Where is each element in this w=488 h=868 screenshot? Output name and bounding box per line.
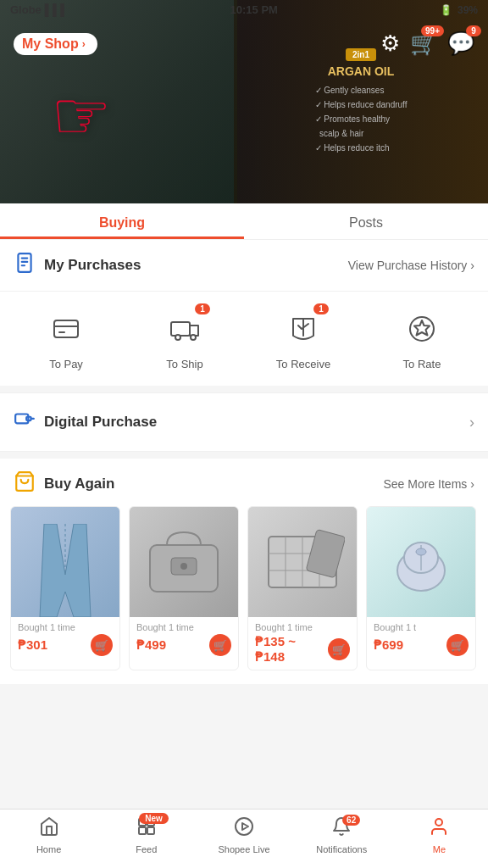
to-pay-label: To Pay [49, 358, 83, 370]
cart-icon-wrap[interactable]: 🛒 99+ [410, 31, 437, 57]
me-icon [429, 816, 449, 842]
product-image-mouse [367, 507, 475, 617]
svg-rect-34 [139, 827, 146, 834]
products-row: Bought 1 time ₱301 🛒 [0, 506, 488, 684]
digital-purchase-row[interactable]: Digital Purchase › [0, 393, 488, 451]
price-row-mouse: ₱699 🛒 [374, 634, 469, 656]
battery-icon: 🔋 [440, 4, 452, 16]
purchase-icons-row: To Pay 1 To Ship [0, 292, 488, 386]
to-pay-icon-wrap [44, 307, 88, 351]
nav-notifications[interactable]: 62 Notifications [293, 816, 391, 854]
tabs-row: Buying Posts [0, 203, 488, 240]
to-rate-label: To Rate [403, 358, 441, 370]
digital-icon [14, 409, 36, 436]
to-receive-label: To Receive [276, 358, 330, 370]
to-rate-item[interactable]: To Rate [363, 307, 481, 370]
nav-me[interactable]: Me [391, 816, 488, 854]
svg-rect-7 [171, 322, 190, 336]
price-row-case: ₱135 ~ ₱148 🛒 [255, 634, 350, 665]
nav-home-label: Home [36, 844, 61, 854]
to-pay-item[interactable]: To Pay [7, 307, 125, 370]
nav-shopee-live[interactable]: Shopee Live [195, 816, 292, 854]
hero-area: 2in1 ARGAN OIL ✓ Gently cleanses ✓ Helps… [0, 0, 488, 203]
bought-text-bag: Bought 1 time [136, 622, 231, 632]
product-info-jeans: Bought 1 time ₱301 🛒 [11, 617, 119, 661]
to-ship-icon-wrap: 1 [163, 307, 207, 351]
svg-rect-4 [54, 320, 78, 337]
purchases-title: My Purchases [44, 257, 141, 274]
content-area: My Purchases View Purchase History › To … [0, 240, 488, 759]
price-mouse: ₱699 [374, 637, 403, 653]
to-ship-label: To Ship [166, 358, 202, 370]
cart-button-bag[interactable]: 🛒 [209, 634, 231, 656]
svg-marker-37 [242, 823, 248, 830]
see-more-label: See More Items [384, 477, 468, 491]
to-receive-item[interactable]: 1 To Receive [244, 307, 363, 370]
svg-rect-35 [147, 827, 154, 834]
digital-left: Digital Purchase [14, 409, 157, 436]
status-left: Globe ▌▌▌ [10, 3, 68, 16]
cart-button-mouse[interactable]: 🛒 [446, 634, 469, 656]
tab-buying[interactable]: Buying [0, 203, 244, 239]
feed-new-badge: New [139, 813, 169, 824]
status-bar: Globe ▌▌▌ 10:15 PM 🔋 39% [0, 0, 488, 19]
see-more-chevron: › [470, 477, 474, 491]
product-card-mouse[interactable]: Bought 1 t ₱699 🛒 [366, 506, 476, 670]
purchases-icon [14, 252, 36, 279]
cart-button-case[interactable]: 🛒 [328, 638, 350, 660]
my-shop-button[interactable]: My Shop › [14, 33, 97, 55]
my-shop-label: My Shop [22, 36, 79, 52]
bought-text-mouse: Bought 1 t [374, 622, 469, 632]
buy-again-left: Buy Again [14, 470, 114, 498]
tab-posts[interactable]: Posts [244, 203, 488, 239]
price-bag: ₱499 [136, 637, 166, 653]
carrier-text: Globe [10, 3, 42, 16]
digital-title: Digital Purchase [44, 414, 157, 431]
svg-point-9 [191, 335, 196, 340]
svg-point-38 [435, 819, 442, 826]
nav-feed[interactable]: New Feed [97, 816, 195, 854]
see-more-button[interactable]: See More Items › [384, 477, 475, 491]
header-bar: My Shop › ⚙ 🛒 99+ 💬 9 [0, 25, 488, 62]
status-right: 🔋 39% [440, 4, 478, 16]
product-info-bag: Bought 1 time ₱499 🛒 [130, 617, 238, 661]
svg-point-8 [175, 335, 180, 340]
product-description: ✓ Gently cleanses ✓ Helps reduce dandruf… [315, 83, 408, 155]
product-image-bag [130, 507, 238, 617]
cart-button-jeans[interactable]: 🛒 [91, 634, 113, 656]
time-text: 10:15 PM [230, 3, 278, 16]
my-purchases-section: My Purchases View Purchase History › To … [0, 240, 488, 386]
view-history-button[interactable]: View Purchase History › [348, 259, 474, 272]
purchases-header: My Purchases View Purchase History › [0, 240, 488, 292]
product-card-case[interactable]: Bought 1 time ₱135 ~ ₱148 🛒 [247, 506, 358, 670]
nav-me-label: Me [433, 844, 446, 854]
chat-icon-wrap[interactable]: 💬 9 [447, 31, 474, 57]
svg-point-31 [416, 548, 426, 555]
to-ship-badge: 1 [195, 303, 210, 314]
digital-purchase-section: Digital Purchase › [0, 392, 488, 452]
to-rate-icon-wrap [400, 307, 444, 351]
settings-icon-wrap[interactable]: ⚙ [380, 31, 400, 57]
settings-icon: ⚙ [380, 31, 400, 56]
price-jeans: ₱301 [18, 637, 47, 653]
buy-again-title: Buy Again [44, 476, 114, 492]
my-shop-chevron-icon: › [82, 38, 86, 50]
to-receive-icon-wrap: 1 [281, 307, 325, 351]
price-row-jeans: ₱301 🛒 [18, 634, 113, 656]
view-history-chevron: › [470, 259, 474, 272]
battery-text: 39% [458, 4, 478, 16]
product-card-jeans[interactable]: Bought 1 time ₱301 🛒 [10, 506, 120, 670]
product-name: ARGAN OIL [328, 64, 395, 78]
buy-again-section: Buy Again See More Items › Bought 1 time [0, 459, 488, 684]
product-card-bag[interactable]: Bought 1 time ₱499 🛒 [129, 506, 239, 670]
nav-notifications-label: Notifications [316, 844, 367, 854]
hand-cursor-icon: ☞ [51, 76, 112, 155]
nav-home[interactable]: Home [0, 816, 97, 854]
purchases-left: My Purchases [14, 252, 141, 279]
product-info-mouse: Bought 1 t ₱699 🛒 [367, 617, 475, 661]
svg-point-20 [180, 563, 187, 570]
to-ship-item[interactable]: 1 To Ship [125, 307, 244, 370]
bottom-nav: Home New Feed Shopee Live 62 [0, 809, 488, 868]
price-case: ₱135 ~ ₱148 [255, 634, 328, 665]
bag-icon [14, 470, 36, 498]
